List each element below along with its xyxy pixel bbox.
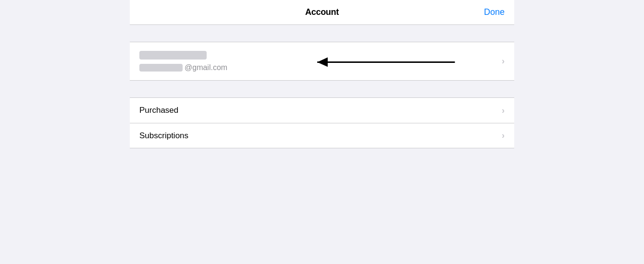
top-section-spacer: [130, 25, 514, 42]
side-panel-left: [0, 0, 130, 264]
account-row[interactable]: @gmail.com ›: [130, 42, 514, 81]
redacted-email-prefix: [139, 64, 183, 72]
svg-marker-1: [317, 58, 328, 67]
purchased-row[interactable]: Purchased ›: [130, 98, 514, 123]
page-container: Account Done @gmail.com: [0, 0, 644, 264]
purchased-label: Purchased: [139, 106, 178, 115]
options-section: Purchased › Subscriptions ›: [130, 98, 514, 148]
subscriptions-row[interactable]: Subscriptions ›: [130, 123, 514, 148]
account-row-chevron: ›: [502, 56, 505, 66]
account-section: @gmail.com ›: [130, 42, 514, 81]
email-row: @gmail.com: [139, 63, 227, 72]
subscriptions-chevron: ›: [502, 131, 505, 141]
done-button[interactable]: Done: [484, 7, 505, 17]
purchased-chevron: ›: [502, 106, 505, 116]
page-title: Account: [305, 7, 339, 17]
email-suffix: @gmail.com: [185, 63, 227, 72]
subscriptions-label: Subscriptions: [139, 131, 188, 141]
content-wrapper: Account Done @gmail.com: [0, 0, 644, 264]
redacted-name-block: [139, 51, 207, 60]
account-info: @gmail.com: [139, 51, 227, 72]
bottom-spacer: [130, 148, 514, 165]
header: Account Done: [130, 0, 514, 25]
side-panel-right: [514, 0, 644, 264]
section-gap: [130, 81, 514, 98]
main-panel: Account Done @gmail.com: [130, 0, 514, 264]
